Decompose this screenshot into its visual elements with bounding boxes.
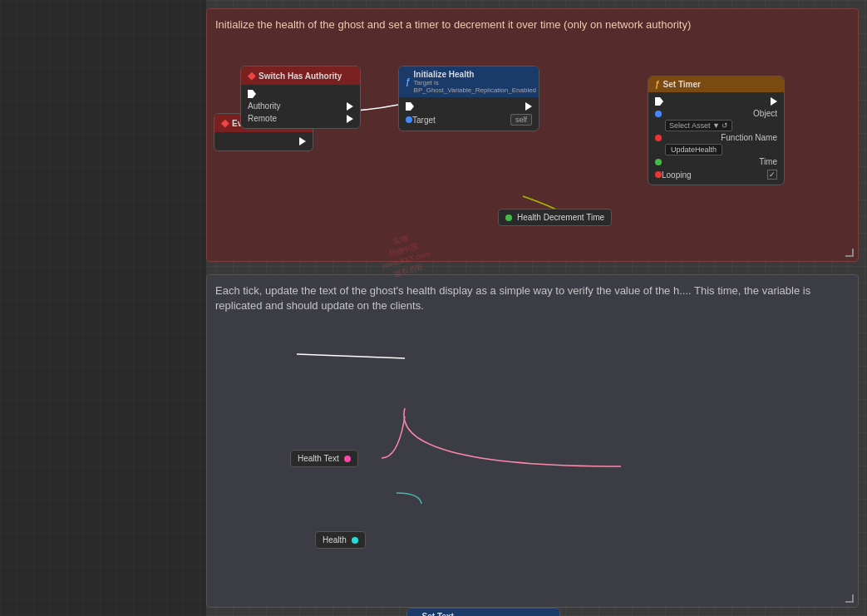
health-text-var: Health Text: [290, 450, 358, 467]
remote-pin-row: Remote: [248, 112, 353, 125]
health-decrement-pin: [505, 214, 512, 221]
panel-top-description: Initialize the health of the ghost and s…: [215, 17, 850, 32]
looping-pin-row: Looping ✓: [655, 168, 777, 181]
exec-out: [771, 97, 777, 106]
left-background: [0, 0, 206, 616]
svg-line-2: [297, 354, 405, 358]
target-pin-row: Target self: [406, 112, 532, 127]
exec-in-pin: [248, 90, 256, 98]
init-exec-row: [406, 101, 532, 112]
looping-pin: [655, 171, 662, 178]
node-set-timer-header: ƒ Set Timer: [648, 76, 784, 92]
health-text-pin: [344, 456, 351, 462]
function-name-pin: [655, 135, 662, 141]
health-decrement-var: Health Decrement Time: [498, 209, 612, 226]
node-switch-has-authority: ◆ Switch Has Authority Authority Remote: [240, 66, 361, 129]
node-health: Health: [315, 531, 366, 549]
node-init-health-body: Target self: [399, 97, 539, 131]
function-name-row: Function Name: [655, 131, 777, 144]
timer-exec-row: [655, 96, 777, 107]
node-health-decrement-time: Health Decrement Time: [498, 209, 612, 226]
time-pin-row: Time: [655, 155, 777, 168]
exec-out: [525, 102, 532, 111]
node-event-begin-play-body: [214, 132, 313, 150]
object-pin: [655, 111, 662, 117]
panel-top: Initialize the health of the ghost and s…: [206, 8, 859, 262]
node-set-text: ƒ Set Text Target is TextRenderComponent…: [406, 608, 560, 616]
time-pin: [655, 159, 662, 165]
node-switch-auth-header: ◆ Switch Has Authority: [241, 67, 360, 85]
exec-in: [406, 102, 414, 111]
panel-bottom-description: Each tick, update the text of the ghost'…: [215, 283, 850, 313]
panel-bottom: Each tick, update the text of the ghost'…: [206, 274, 859, 608]
node-init-health-header: ƒ Initialize Health Target is BP_Ghost_V…: [399, 67, 539, 97]
remote-exec-out: [347, 115, 353, 123]
node-initialize-health: ƒ Initialize Health Target is BP_Ghost_V…: [398, 66, 539, 131]
panel-top-corner: [845, 249, 854, 257]
authority-pin-row: Authority: [248, 100, 353, 112]
exec-out-arrow: [299, 137, 306, 145]
object-pin-row: Object: [655, 107, 777, 120]
authority-exec-out: [347, 102, 353, 111]
node-set-timer: ƒ Set Timer Object Select Asset ▼ ↺ Func…: [648, 76, 785, 185]
node-set-timer-body: Object Select Asset ▼ ↺ Function Name Up…: [648, 92, 784, 185]
node-health-text: Health Text: [290, 450, 358, 467]
node-switch-auth-body: Authority Remote: [241, 85, 360, 128]
health-pin: [352, 537, 358, 544]
node-set-text-header: ƒ Set Text Target is TextRenderComponent: [407, 609, 559, 616]
target-pin: [406, 116, 412, 123]
health-var: Health: [315, 531, 366, 549]
exec-out-pin: [221, 136, 306, 147]
exec-in-row: [248, 88, 353, 100]
panel-bottom-corner: [845, 594, 854, 603]
bottom-panel-connections: [207, 275, 858, 607]
exec-in: [655, 97, 663, 106]
